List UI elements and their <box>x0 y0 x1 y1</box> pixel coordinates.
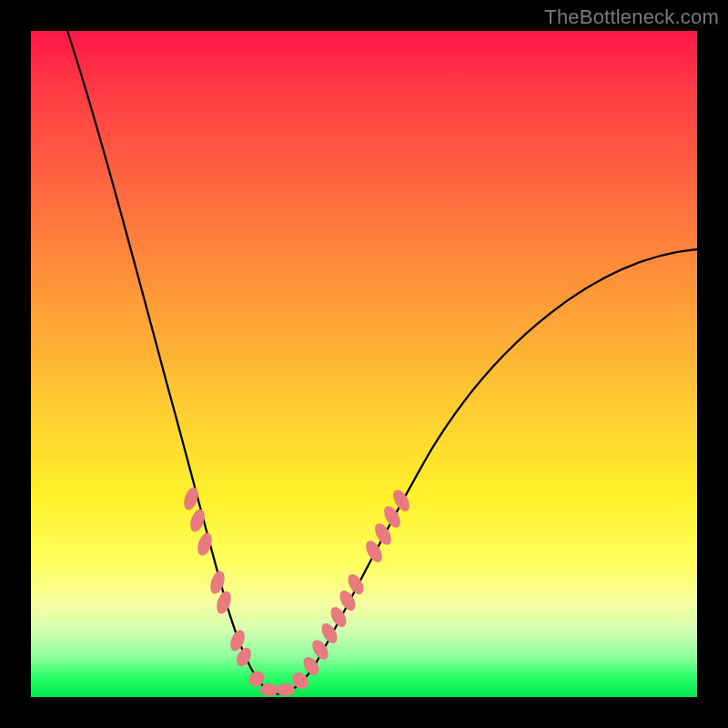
marker-dot <box>277 683 295 696</box>
bottleneck-curve <box>67 31 697 693</box>
watermark-text: TheBottleneck.com <box>544 5 719 29</box>
curve-svg <box>31 31 697 697</box>
chart-frame: TheBottleneck.com <box>0 0 728 728</box>
plot-area <box>31 31 697 697</box>
marker-group <box>181 485 412 696</box>
marker-dot <box>260 683 278 696</box>
